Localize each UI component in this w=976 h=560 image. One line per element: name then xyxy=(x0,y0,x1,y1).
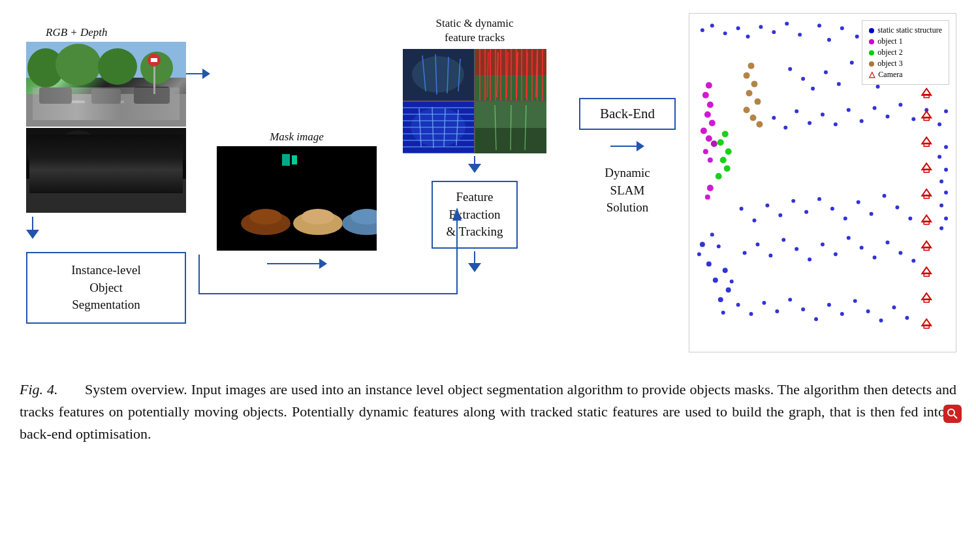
legend-obj3: object 3 xyxy=(869,59,942,69)
arrow-down-head2 xyxy=(468,263,481,272)
svg-point-112 xyxy=(700,242,705,247)
svg-point-186 xyxy=(898,251,902,255)
svg-point-35 xyxy=(412,56,464,93)
middle-column: Mask image xyxy=(217,131,377,269)
obj2-dot xyxy=(869,50,874,55)
camera-label: Camera xyxy=(878,70,902,80)
svg-point-162 xyxy=(765,204,769,208)
backend-to-scatter-arrow xyxy=(610,141,644,151)
svg-point-122 xyxy=(718,297,723,302)
svg-rect-41 xyxy=(475,75,546,101)
h-line3 xyxy=(610,146,637,147)
svg-point-132 xyxy=(860,119,864,123)
svg-point-183 xyxy=(860,246,864,250)
svg-point-3 xyxy=(98,48,137,85)
svg-point-191 xyxy=(775,309,779,313)
svg-point-127 xyxy=(795,110,798,114)
rgb-scene-svg xyxy=(26,42,186,127)
svg-point-86 xyxy=(717,139,724,146)
scatter-column: static static structure object 1 object … xyxy=(689,13,956,352)
svg-point-68 xyxy=(798,33,802,37)
svg-rect-22 xyxy=(39,172,72,189)
depth-scene-svg xyxy=(26,128,186,213)
legend-obj2: object 2 xyxy=(869,48,942,57)
svg-point-94 xyxy=(746,90,753,97)
svg-point-131 xyxy=(847,108,851,112)
caption-area: Fig. 4. System overview. Input images ar… xyxy=(13,379,963,445)
arrow-right-head xyxy=(202,69,210,79)
feat-down-arrow xyxy=(468,156,481,173)
static-label: static static structure xyxy=(877,25,942,35)
svg-point-63 xyxy=(736,26,740,30)
svg-point-200 xyxy=(892,305,896,309)
obj2-label: object 2 xyxy=(877,48,902,57)
svg-line-47 xyxy=(536,52,537,97)
quad-top-right xyxy=(475,49,546,101)
legend-obj1: object 1 xyxy=(869,37,942,46)
svg-point-119 xyxy=(723,268,728,273)
camera-icon-legend: △ xyxy=(869,70,875,80)
svg-point-88 xyxy=(720,157,727,163)
search-icon-overlay[interactable] xyxy=(943,405,962,423)
obj1-dot xyxy=(869,39,874,44)
svg-point-172 xyxy=(895,206,899,210)
svg-point-135 xyxy=(898,103,902,107)
svg-point-130 xyxy=(834,122,838,126)
svg-point-96 xyxy=(744,107,750,114)
svg-point-79 xyxy=(709,119,716,126)
mask-svg xyxy=(217,146,377,251)
obj3-label: object 3 xyxy=(877,59,902,69)
svg-point-75 xyxy=(706,82,712,89)
quad-tr-svg xyxy=(475,49,546,101)
svg-line-43 xyxy=(497,52,498,97)
svg-rect-21 xyxy=(26,179,186,213)
svg-line-52 xyxy=(444,108,445,147)
svg-point-188 xyxy=(736,303,740,307)
svg-point-31 xyxy=(302,209,334,225)
svg-rect-11 xyxy=(134,87,170,104)
svg-point-187 xyxy=(911,258,915,262)
svg-point-182 xyxy=(847,236,851,240)
svg-point-184 xyxy=(873,255,877,259)
svg-point-205 xyxy=(939,179,943,183)
svg-point-66 xyxy=(772,30,776,34)
feature-tracks-img xyxy=(403,49,546,153)
svg-rect-5 xyxy=(26,94,186,127)
svg-point-72 xyxy=(855,35,859,39)
svg-point-211 xyxy=(948,409,954,416)
rgb-scene-img xyxy=(26,42,186,127)
svg-line-53 xyxy=(456,110,458,146)
svg-point-163 xyxy=(778,213,782,217)
backend-box: Back-End xyxy=(579,98,676,130)
arrow-head-down xyxy=(26,230,39,239)
v-line xyxy=(474,156,475,164)
svg-rect-8 xyxy=(144,101,163,103)
svg-point-199 xyxy=(879,319,883,322)
svg-point-113 xyxy=(710,233,714,237)
svg-point-161 xyxy=(753,219,757,223)
svg-point-179 xyxy=(808,257,811,261)
svg-point-104 xyxy=(850,61,854,65)
svg-point-97 xyxy=(750,115,757,121)
svg-point-93 xyxy=(751,81,758,87)
svg-point-87 xyxy=(725,148,732,155)
scatter-legend: static static structure object 1 object … xyxy=(862,20,949,85)
svg-rect-6 xyxy=(65,101,85,103)
fig-label: Fig. 4. xyxy=(20,381,58,397)
svg-point-103 xyxy=(837,82,841,86)
page-container: RGB + Depth xyxy=(0,0,976,560)
svg-point-89 xyxy=(724,165,731,172)
legend-camera: △ Camera xyxy=(869,70,942,80)
svg-line-42 xyxy=(487,52,488,97)
depth-scene-img xyxy=(26,128,186,213)
svg-point-206 xyxy=(944,191,948,194)
left-column: RGB + Depth xyxy=(26,26,186,324)
svg-point-170 xyxy=(870,212,874,216)
svg-point-76 xyxy=(702,92,709,99)
caption-text: Fig. 4. System overview. Input images ar… xyxy=(20,379,956,445)
svg-point-192 xyxy=(788,298,792,302)
svg-point-120 xyxy=(713,277,718,283)
svg-point-69 xyxy=(817,23,821,27)
svg-point-83 xyxy=(703,149,708,154)
backend-column: Back-End DynamicSLAMSolution xyxy=(579,98,676,217)
